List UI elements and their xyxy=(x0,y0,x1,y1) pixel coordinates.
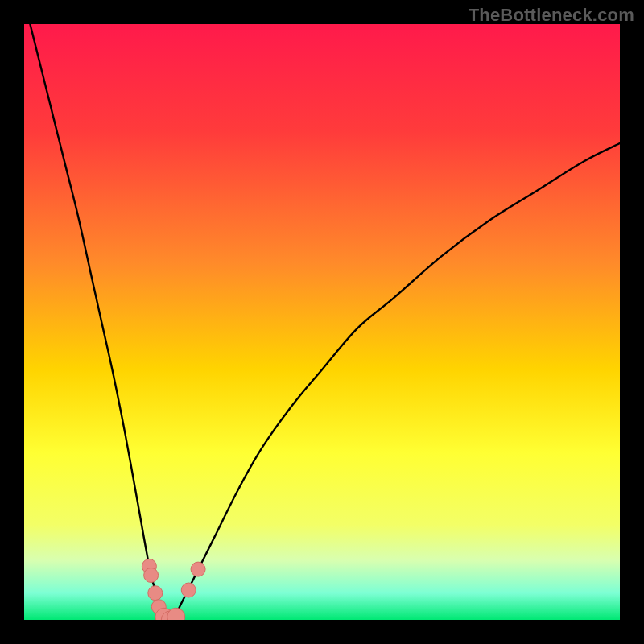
watermark-text: TheBottleneck.com xyxy=(469,5,634,26)
curve-marker xyxy=(148,586,163,601)
outer-frame: TheBottleneck.com xyxy=(0,0,644,644)
gradient-background xyxy=(24,24,620,620)
curve-marker xyxy=(191,562,205,576)
curve-marker xyxy=(181,583,196,597)
bottleneck-chart xyxy=(24,24,620,620)
curve-marker xyxy=(144,568,159,583)
